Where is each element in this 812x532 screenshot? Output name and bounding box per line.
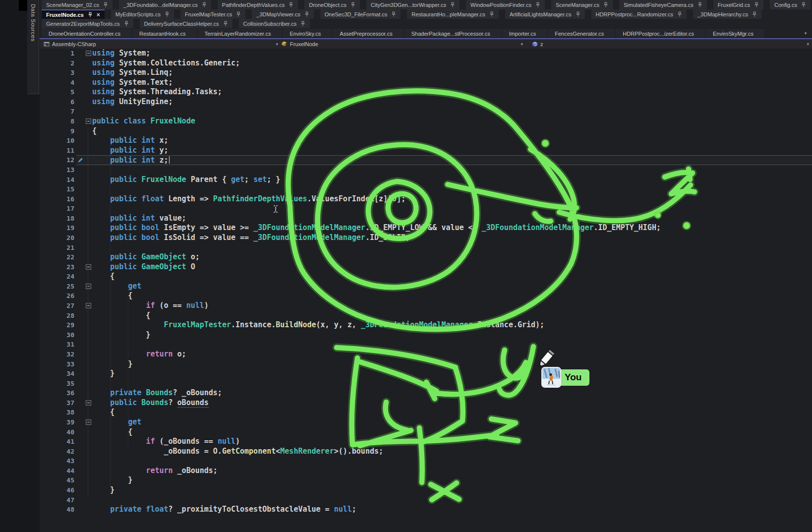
tab-hdrppostproc-randomizer-cs[interactable]: HDRPPostproc...Randomizer.cs [591, 9, 687, 19]
code-text[interactable]: { [92, 408, 812, 417]
pin-icon[interactable] [801, 2, 806, 8]
code-text[interactable]: public FruxelNode Parent { get; set; } [92, 175, 812, 185]
fold-marker[interactable] [86, 303, 91, 308]
code-text[interactable]: { [92, 272, 812, 282]
pin-icon[interactable] [489, 11, 494, 17]
tab-restauranthook-cs[interactable]: RestaurantHook.cs [132, 29, 197, 38]
pin-icon[interactable] [697, 2, 702, 8]
tab-fruxelnode-cs[interactable]: FruxelNode.cs× [42, 9, 105, 19]
tab-windowpositionfinder-cs[interactable]: WindowPositionFinder.cs [466, 0, 545, 9]
code-text[interactable]: if (_oBounds == null) [92, 437, 812, 447]
tab-fruxelgrid-cs[interactable]: FruxelGrid.cs [713, 0, 763, 9]
code-text[interactable]: { [92, 291, 812, 301]
pin-icon[interactable] [754, 2, 759, 8]
code-text[interactable]: _oBounds = O.GetComponent<MeshRenderer>(… [92, 447, 812, 457]
tab-fencesgenerator-cs[interactable]: FencesGenerator.cs [548, 29, 615, 38]
code-text[interactable]: using System.Collections.Generic; [92, 59, 812, 68]
chevron-down-icon[interactable]: ▾ [518, 42, 526, 47]
sidebar-tab-data-sources[interactable]: Data Sources [27, 0, 39, 94]
code-editor[interactable]: 1using System;2using System.Collections.… [40, 49, 812, 532]
code-text[interactable]: get [92, 417, 812, 427]
code-text[interactable]: { [92, 427, 812, 437]
code-text[interactable]: public bool IsSolid => value == _3DFound… [92, 233, 812, 243]
fold-marker[interactable] [86, 400, 91, 406]
pin-icon[interactable] [103, 2, 108, 8]
code-text[interactable]: public bool IsEmpty => value >= _3DFound… [92, 223, 812, 233]
type-dropdown[interactable]: FruxelNode ▾ [281, 39, 526, 49]
pin-icon[interactable] [535, 2, 540, 8]
tab-artificiallightsmanager-cs[interactable]: ArtificialLightsManager.cs [505, 9, 585, 19]
pin-icon[interactable] [603, 2, 608, 8]
code-text[interactable]: public class FruxelNode [92, 117, 812, 126]
close-icon[interactable]: × [97, 12, 100, 18]
code-text[interactable] [92, 456, 812, 466]
tab-simulatedfisheyecamera-cs[interactable]: SimulatedFisheyeCamera.cs [619, 0, 707, 9]
code-text[interactable]: private Bounds? _oBounds; [92, 388, 812, 398]
tab-restaurantho-plemanager-cs[interactable]: RestaurantHo...pleManager.cs [407, 9, 499, 19]
code-text[interactable]: public float Length => PathfinderDepthVa… [92, 194, 812, 204]
tab--3dmaphierarchy-cs[interactable]: _3DMapHierarchy.cs [693, 9, 761, 19]
tab-collisionsubscriber-cs[interactable]: CollisionSubscriber.cs [239, 19, 310, 28]
tab--3dmapviewer-cs[interactable]: _3DMapViewer.cs [252, 9, 313, 19]
pin-icon[interactable] [289, 2, 293, 8]
code-text[interactable]: public int value; [92, 214, 812, 224]
tab-myeditorscripts-cs[interactable]: MyEditorScripts.cs [111, 9, 174, 19]
code-text[interactable]: private float? _proximityToClosestObstac… [92, 505, 812, 515]
pin-icon[interactable] [202, 2, 207, 8]
pin-icon[interactable] [304, 11, 309, 17]
code-text[interactable]: } [92, 475, 812, 485]
pin-icon[interactable] [677, 11, 682, 17]
code-text[interactable]: using System.Linq; [92, 68, 812, 78]
code-text[interactable] [92, 165, 812, 175]
fold-marker[interactable] [86, 118, 91, 124]
tab--3dfoundatio-delmanager-cs[interactable]: _3DFoundatio...delManager.cs [119, 0, 211, 9]
code-text[interactable]: using System.Threading.Tasks; [92, 87, 812, 97]
code-text[interactable]: { [92, 311, 812, 321]
tab-config-cs[interactable]: Config.cs [770, 0, 811, 9]
tab-terrainlayerrandomizer-cs[interactable]: TerrainLayerRandomizer.cs [198, 29, 282, 38]
tab-importer-cs[interactable]: Importer.cs [502, 29, 547, 38]
tab-scenemanager-cs[interactable]: SceneManager.cs [551, 0, 613, 9]
fold-marker[interactable] [86, 264, 91, 270]
tab-shaderpackage-stprocessor-cs[interactable]: ShaderPackage...stProcessor.cs [405, 29, 501, 38]
pin-icon[interactable] [124, 21, 129, 27]
code-text[interactable]: public GameObject o; [92, 252, 812, 262]
code-text[interactable]: using System; [92, 49, 812, 59]
tab-enviroskymgr-cs[interactable]: EnviroSkyMgr.cs [706, 29, 764, 38]
pin-icon[interactable] [88, 12, 93, 18]
fold-marker[interactable] [86, 284, 91, 289]
code-text[interactable]: public Bounds? oBounds [92, 398, 812, 408]
tab-droneobject-cs[interactable]: DroneObject.cs [304, 0, 360, 9]
pin-icon[interactable] [752, 11, 757, 17]
code-text[interactable]: return _oBounds; [92, 466, 812, 476]
code-text[interactable]: public int y; [92, 146, 812, 156]
pin-icon[interactable] [391, 11, 396, 17]
code-text[interactable] [92, 243, 812, 253]
code-text[interactable]: } [92, 369, 812, 379]
code-text[interactable]: return o; [92, 350, 812, 359]
code-text[interactable]: public GameObject O [92, 262, 812, 272]
code-text[interactable]: public int x; [92, 136, 812, 146]
code-text[interactable]: FruxelMapTester.Instance.BuildNode(x, y,… [92, 320, 812, 330]
code-text[interactable]: using UnityEngine; [92, 97, 812, 107]
code-text[interactable]: using System.Text; [92, 78, 812, 88]
pin-icon[interactable] [165, 11, 170, 17]
code-text[interactable]: { [92, 126, 812, 136]
tab-pathfinderdepthvalues-cs[interactable]: PathfinderDepthValues.cs [218, 0, 298, 9]
tab-citygen3dgen-torwrapper-cs[interactable]: CityGen3DGen...torWrapper.cs [366, 0, 460, 9]
pin-icon[interactable] [450, 2, 455, 8]
code-text[interactable]: get [92, 282, 812, 292]
pin-icon[interactable] [576, 11, 580, 17]
code-text[interactable] [92, 204, 812, 214]
pin-icon[interactable] [236, 11, 241, 17]
project-dropdown[interactable]: Assembly-CSharp ▾ [40, 39, 281, 49]
code-text[interactable] [92, 495, 812, 505]
code-text[interactable]: public int z; [92, 156, 812, 165]
code-text[interactable]: } [92, 485, 812, 495]
chevron-down-icon[interactable]: ▾ [273, 42, 281, 47]
fold-marker[interactable] [86, 51, 91, 56]
pin-icon[interactable] [223, 21, 228, 27]
pin-icon[interactable] [300, 21, 305, 27]
tab-deliverysurfaceclasshelper-cs[interactable]: DeliverySurfaceClassHelper.cs [140, 19, 232, 28]
tab-scenemanager-02-cs[interactable]: SceneManager_02.cs [42, 0, 113, 9]
